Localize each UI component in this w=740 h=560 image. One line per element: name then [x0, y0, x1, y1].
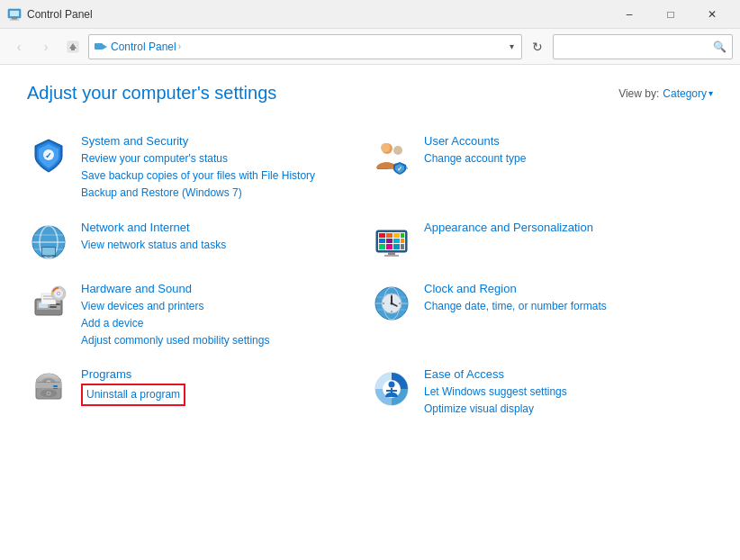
svg-rect-31 [401, 239, 404, 243]
system-security-title[interactable]: System and Security [81, 134, 370, 148]
up-button[interactable] [61, 35, 85, 59]
breadcrumb-separator: › [178, 41, 181, 51]
ease-of-access-text: Ease of Access Let Windows suggest setti… [424, 367, 713, 418]
user-accounts-icon: ✓ [370, 134, 413, 177]
view-by-label: View by: [618, 87, 659, 100]
breadcrumb-item[interactable]: Control Panel [111, 41, 176, 53]
svg-point-74 [48, 393, 50, 394]
category-ease-of-access: Ease of Access Let Windows suggest setti… [370, 358, 713, 427]
forward-button[interactable]: › [34, 35, 58, 59]
category-appearance: Appearance and Personalization [370, 212, 713, 273]
svg-rect-34 [393, 244, 400, 249]
category-system-security: ✓ System and Security Review your comput… [27, 125, 370, 212]
hardware-sound-icon [27, 282, 70, 325]
clock-region-icon [370, 282, 413, 325]
search-input[interactable] [559, 41, 713, 53]
svg-rect-70 [36, 383, 61, 388]
clock-region-text: Clock and Region Change date, time, or n… [424, 282, 713, 315]
change-date-time-link[interactable]: Change date, time, or number formats [424, 298, 713, 315]
minimize-button[interactable]: – [609, 0, 650, 29]
refresh-button[interactable]: ↻ [526, 35, 549, 59]
network-internet-text: Network and Internet View network status… [81, 221, 370, 254]
svg-marker-7 [103, 44, 107, 50]
hardware-sound-text: Hardware and Sound View devices and prin… [81, 282, 370, 350]
page-title: Adjust your computer's settings [27, 83, 276, 104]
svg-text:✓: ✓ [397, 166, 402, 172]
svg-rect-25 [386, 233, 393, 238]
network-internet-icon [27, 221, 70, 264]
svg-rect-2 [12, 18, 17, 20]
category-programs: Programs Uninstall a program [27, 358, 370, 427]
svg-rect-36 [388, 252, 395, 255]
user-accounts-title[interactable]: User Accounts [424, 134, 713, 148]
programs-text: Programs Uninstall a program [81, 367, 370, 406]
svg-rect-27 [401, 233, 404, 238]
appearance-icon [370, 221, 413, 264]
maximize-button[interactable]: □ [650, 0, 691, 29]
clock-region-title[interactable]: Clock and Region [424, 282, 713, 295]
hardware-sound-title[interactable]: Hardware and Sound [81, 282, 370, 295]
svg-rect-28 [379, 239, 385, 243]
svg-point-12 [381, 143, 390, 152]
svg-rect-20 [42, 248, 55, 255]
review-computer-status-link[interactable]: Review your computer's status [81, 150, 370, 167]
ease-of-access-icon [370, 367, 413, 411]
category-user-accounts: ✓ User Accounts Change account type [370, 125, 713, 212]
svg-point-11 [393, 146, 402, 155]
search-box[interactable]: 🔍 [553, 34, 733, 59]
add-device-link[interactable]: Add a device [81, 315, 370, 332]
svg-text:✓: ✓ [45, 151, 52, 160]
svg-rect-29 [386, 239, 393, 243]
app-icon [7, 7, 22, 22]
change-account-type-link[interactable]: Change account type [424, 150, 713, 167]
categories-grid: ✓ System and Security Review your comput… [27, 125, 713, 428]
svg-rect-26 [393, 233, 400, 238]
system-security-icon: ✓ [27, 134, 70, 177]
windows-suggest-settings-link[interactable]: Let Windows suggest settings [424, 384, 713, 401]
view-by-value-text: Category [663, 87, 707, 100]
svg-rect-6 [95, 43, 103, 50]
svg-rect-30 [393, 239, 400, 243]
view-network-status-link[interactable]: View network status and tasks [81, 237, 370, 254]
title-bar: Control Panel – □ ✕ [0, 0, 740, 29]
category-hardware-sound: Hardware and Sound View devices and prin… [27, 273, 370, 359]
address-bar: ‹ › Control Panel › ▾ ↻ 🔍 [0, 29, 740, 65]
svg-rect-24 [379, 233, 385, 238]
programs-title[interactable]: Programs [81, 367, 370, 381]
svg-rect-32 [379, 244, 385, 249]
uninstall-program-link[interactable]: Uninstall a program [81, 384, 185, 406]
address-dropdown-button[interactable]: ▾ [508, 40, 516, 53]
ease-of-access-title[interactable]: Ease of Access [424, 367, 713, 381]
view-by-dropdown[interactable]: Category ▾ [663, 87, 713, 100]
main-content: Adjust your computer's settings View by:… [0, 65, 740, 560]
title-bar-title: Control Panel [27, 8, 609, 21]
appearance-text: Appearance and Personalization [424, 221, 713, 237]
svg-rect-42 [50, 306, 57, 308]
address-input[interactable]: Control Panel › ▾ [88, 34, 522, 59]
svg-rect-75 [53, 385, 58, 387]
view-by-control: View by: Category ▾ [618, 87, 713, 100]
search-icon: 🔍 [713, 41, 726, 53]
category-clock-region: Clock and Region Change date, time, or n… [370, 273, 713, 359]
svg-rect-37 [384, 255, 399, 257]
view-devices-link[interactable]: View devices and printers [81, 298, 370, 315]
user-accounts-text: User Accounts Change account type [424, 134, 713, 167]
programs-icon [27, 367, 70, 411]
svg-rect-33 [386, 244, 393, 249]
file-history-link[interactable]: Save backup copies of your files with Fi… [81, 167, 370, 185]
svg-point-49 [58, 293, 59, 294]
svg-rect-21 [45, 255, 52, 257]
network-internet-title[interactable]: Network and Internet [81, 221, 370, 234]
svg-rect-3 [10, 19, 19, 20]
backup-restore-link[interactable]: Backup and Restore (Windows 7) [81, 185, 370, 202]
appearance-title[interactable]: Appearance and Personalization [424, 221, 713, 234]
view-by-arrow: ▾ [708, 88, 713, 98]
system-security-text: System and Security Review your computer… [81, 134, 370, 203]
optimize-visual-display-link[interactable]: Optimize visual display [424, 401, 713, 418]
svg-point-79 [389, 382, 395, 388]
back-button[interactable]: ‹ [7, 35, 31, 59]
close-button[interactable]: ✕ [691, 0, 733, 29]
page-header: Adjust your computer's settings View by:… [27, 83, 713, 104]
mobility-settings-link[interactable]: Adjust commonly used mobility settings [81, 332, 370, 349]
category-network-internet: Network and Internet View network status… [27, 212, 370, 273]
